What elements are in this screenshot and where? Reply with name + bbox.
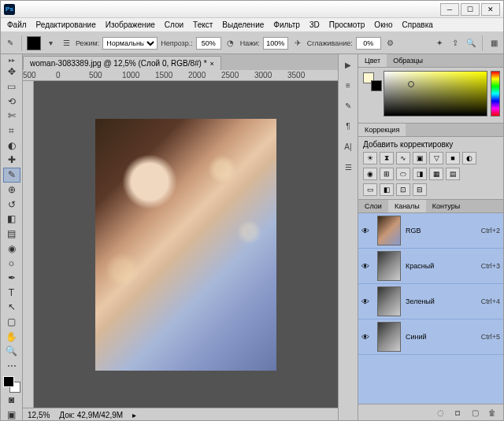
document-tab[interactable]: woman-3083389.jpg @ 12,5% (Слой 0, RGB/8… (23, 56, 221, 70)
visibility-icon[interactable]: 👁 (361, 227, 372, 235)
adj-selective-icon[interactable]: ◧ (380, 183, 394, 196)
menu-справка[interactable]: Справка (398, 19, 438, 31)
menu-слои[interactable]: Слои (160, 19, 188, 31)
menu-текст[interactable]: Текст (188, 19, 217, 31)
hue-slider[interactable] (491, 71, 500, 116)
menu-изображение[interactable]: Изображение (101, 19, 160, 31)
airbrush-icon[interactable]: ✈ (291, 37, 304, 50)
tab-swatches[interactable]: Образцы (387, 54, 429, 67)
eraser-tool[interactable]: ◧ (3, 212, 20, 227)
save-selection-icon[interactable]: ◘ (451, 408, 464, 419)
ruler-horizontal[interactable]: 5000500100015002000250030003500 (23, 70, 338, 81)
load-selection-icon[interactable]: ◌ (434, 408, 447, 419)
menu-просмотр[interactable]: Просмотр (324, 19, 370, 31)
visibility-icon[interactable]: 👁 (361, 262, 372, 271)
canvas[interactable] (34, 81, 338, 408)
adj-invert-icon[interactable]: ◨ (413, 168, 427, 180)
new-channel-icon[interactable]: ▢ (469, 408, 481, 419)
share-icon[interactable]: ⇪ (449, 37, 461, 50)
adj-exposure-icon[interactable]: ▣ (413, 152, 427, 164)
move-tool[interactable]: ✥ (3, 65, 20, 79)
tab-adjustments[interactable]: Коррекция (358, 124, 406, 136)
flow-input[interactable] (263, 37, 288, 50)
pen-tool[interactable]: ✒ (3, 271, 20, 286)
character-icon[interactable]: A| (341, 139, 355, 153)
dodge-tool[interactable]: ☼ (3, 256, 20, 271)
adj-more2-icon[interactable]: ⊟ (413, 183, 427, 196)
crop-tool[interactable]: ⌗ (3, 124, 20, 138)
adj-posterize-icon[interactable]: ▦ (429, 168, 443, 180)
color-fg-bg[interactable] (363, 72, 377, 87)
tab-color[interactable]: Цвет (358, 54, 387, 67)
tools-collapse-icon[interactable]: ▸▸ (8, 56, 16, 65)
quick-mask-tool[interactable]: ◙ (3, 393, 20, 408)
search-icon[interactable]: 🔍 (465, 37, 477, 50)
channel-row[interactable]: 👁ЗеленыйCtrl+4 (358, 284, 503, 319)
zoom-tool[interactable]: 🔍 (3, 344, 20, 359)
delete-channel-icon[interactable]: 🗑 (486, 408, 498, 419)
marquee-tool[interactable]: ▭ (3, 79, 20, 94)
brush-tool[interactable]: ✎ (3, 168, 20, 183)
channel-row[interactable]: 👁RGBCtrl+2 (358, 213, 503, 249)
tab-paths[interactable]: Контуры (426, 200, 466, 212)
maximize-button[interactable]: ☐ (461, 3, 480, 16)
adj-brightness-icon[interactable]: ☀ (363, 152, 377, 164)
opacity-input[interactable] (196, 37, 221, 50)
smoothing-options-icon[interactable]: ⚙ (384, 37, 397, 50)
brush-panel-icon[interactable]: ☰ (60, 37, 72, 50)
play-icon[interactable]: ▶ (341, 57, 355, 72)
stamp-tool[interactable]: ⊕ (3, 183, 20, 198)
edit-toolbar-icon[interactable]: ⋯ (3, 359, 20, 374)
screen-mode-tool[interactable]: ▣ (3, 407, 20, 421)
menu-фильтр[interactable]: Фильтр (269, 19, 305, 31)
menu-выделение[interactable]: Выделение (217, 19, 269, 31)
adj-levels-icon[interactable]: ⧗ (380, 152, 394, 164)
healing-tool[interactable]: ✚ (3, 153, 20, 168)
lasso-tool[interactable]: ⟲ (3, 94, 20, 109)
path-tool[interactable]: ↖ (3, 300, 20, 315)
tool-preset-icon[interactable]: ✎ (4, 37, 17, 50)
color-field[interactable] (384, 71, 487, 116)
adj-color-lookup-icon[interactable]: ⬭ (396, 168, 410, 180)
hand-tool[interactable]: ✋ (3, 329, 20, 344)
pressure-opacity-icon[interactable]: ◔ (224, 37, 237, 50)
tab-channels[interactable]: Каналы (388, 200, 426, 212)
tab-layers[interactable]: Слои (358, 200, 388, 212)
brush-preview-swatch[interactable] (27, 36, 41, 50)
workspace-icon[interactable]: ▦ (487, 37, 500, 50)
blur-tool[interactable]: ◉ (3, 241, 20, 256)
adj-hue-icon[interactable]: ■ (446, 152, 460, 164)
history-icon[interactable]: ≡ (341, 78, 355, 92)
visibility-icon[interactable]: 👁 (361, 333, 372, 342)
adj-more1-icon[interactable]: ⊡ (396, 183, 410, 196)
shape-tool[interactable]: ▢ (3, 315, 20, 330)
smoothing-input[interactable] (356, 37, 381, 50)
adj-vibrance-icon[interactable]: ▽ (429, 152, 443, 164)
color-swatches[interactable] (3, 376, 20, 393)
brush-preset-icon[interactable]: ✎ (341, 98, 355, 113)
history-brush-tool[interactable]: ↺ (3, 197, 20, 212)
adj-threshold-icon[interactable]: ▤ (446, 168, 460, 180)
status-arrow-icon[interactable]: ▸ (132, 411, 136, 419)
visibility-icon[interactable]: 👁 (361, 297, 372, 306)
adj-channel-mixer-icon[interactable]: ⊞ (380, 168, 394, 180)
channel-row[interactable]: 👁СинийCtrl+5 (358, 319, 503, 355)
actions-icon[interactable]: ☰ (341, 160, 355, 174)
brush-settings-icon[interactable]: ▾ (44, 37, 57, 50)
eyedropper-tool[interactable]: ◐ (3, 138, 20, 153)
adj-photo-filter-icon[interactable]: ◉ (363, 168, 377, 180)
menu-3d[interactable]: 3D (305, 19, 324, 31)
channel-row[interactable]: 👁КрасныйCtrl+3 (358, 249, 503, 284)
close-button[interactable]: ✕ (481, 3, 500, 16)
adj-bw-icon[interactable]: ◐ (462, 152, 476, 164)
symmetry-icon[interactable]: ✦ (433, 37, 446, 50)
paragraph-icon[interactable]: ¶ (341, 119, 355, 133)
tab-close-icon[interactable]: × (210, 60, 214, 68)
menu-окно[interactable]: Окно (369, 19, 397, 31)
adj-curves-icon[interactable]: ∿ (396, 152, 410, 164)
blend-mode-select[interactable]: Нормальный (102, 37, 158, 50)
gradient-tool[interactable]: ▤ (3, 227, 20, 242)
ruler-vertical[interactable] (23, 81, 34, 408)
menu-файл[interactable]: Файл (2, 19, 32, 31)
type-tool[interactable]: T (3, 285, 20, 300)
